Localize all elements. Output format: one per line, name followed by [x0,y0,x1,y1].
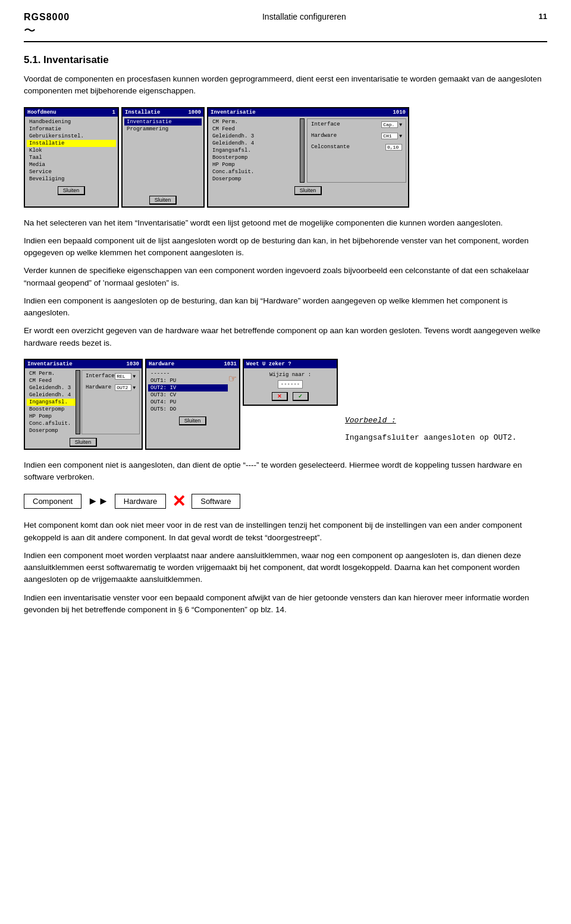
inv-geleidendh3[interactable]: Geleidendh. 3 [210,133,300,140]
inventarisatie2-titlebar: Inventarisatie 1030 [25,360,142,368]
inv-interface-row: Interface Cap. ▼ [309,121,404,129]
hw-dashes[interactable]: ------ [148,370,228,377]
screen-installatie: Installatie 1000 Inventarisatie Programm… [121,107,205,208]
inventarisatie-sluiten-btn[interactable]: Sluiten [294,186,322,195]
hoofdmenu-titlebar: Hoofdmenu 1 [25,108,118,117]
menu-programmering[interactable]: Programmering [124,126,202,133]
inv2-hardware-row: Hardware OUT2 ▼ [84,384,137,391]
inv2-cm-perm[interactable]: CM Perm. [27,370,76,377]
inv-geleidendh4[interactable]: Geleidendh. 4 [210,140,300,147]
inv-boosterpomp[interactable]: Boosterpomp [210,154,300,161]
intro-paragraph: Voordat de componenten en procesfasen ku… [24,73,547,98]
screen-hardware: Hardware 1031 ------ OUT1: PU OUT2: IV O… [145,359,240,450]
diagram-arrow-1: ►► [87,495,109,508]
menu-informatie[interactable]: Informatie [27,126,116,133]
hardware-body: ------ OUT1: PU OUT2: IV OUT3: CV OUT4: … [146,368,239,415]
inventarisatie-body: CM Perm. CM Feed Geleidendh. 3 Geleidend… [208,117,408,184]
screen-inventarisatie2: Inventarisatie 1030 CM Perm. CM Feed Gel… [24,359,143,450]
menu-inventarisatie[interactable]: Inventarisatie [124,118,202,126]
para-7: Het component komt dan ook niet meer voo… [24,519,547,544]
pointer-icon: ☞ [228,370,237,387]
header-title: Installatie configureren [262,12,346,21]
inventarisatie2-footer: Sluiten [25,436,142,449]
hardware-titlebar: Hardware 1031 [146,360,239,368]
example-area: Voorbeeld : Ingangsafsluiter aangesloten… [340,359,547,450]
inv2-doserpomp[interactable]: Doserpomp [27,427,76,434]
inv-cm-feed[interactable]: CM Feed [210,126,300,133]
inv2-boosterpomp[interactable]: Boosterpomp [27,406,76,413]
menu-handbediening[interactable]: Handbediening [27,118,116,126]
screenshot-row-2: Inventarisatie 1030 CM Perm. CM Feed Gel… [24,359,547,450]
para-9: Indien een inventarisatie venster voor e… [24,592,547,616]
para-3: Verder kunnen de specifieke eigenschappe… [24,265,547,289]
hw-out2-iv[interactable]: OUT2: IV [148,384,228,391]
inventarisatie2-body: CM Perm. CM Feed Geleidendh. 3 Geleidend… [25,368,142,436]
inv-conc-afsluit[interactable]: Conc.afsluit. [210,168,300,176]
diagram-x: ✕ [172,491,186,511]
installatie-footer: Sluiten [123,194,203,206]
confirm-value: ------ [278,380,303,389]
inv2-geleidendh4[interactable]: Geleidendh. 4 [27,391,76,399]
installatie-sluiten-btn[interactable]: Sluiten [149,196,177,205]
inv-doserpomp[interactable]: Doserpomp [210,176,300,183]
inv-hp-pomp[interactable]: HP Pomp [210,161,300,168]
menu-service[interactable]: Service [27,168,116,176]
inv2-ingangsafsl[interactable]: Ingangsafsl. [27,399,76,406]
hw-out4-pu[interactable]: OUT4: PU [148,399,228,406]
hw-out1-pu[interactable]: OUT1: PU [148,377,228,384]
inventarisatie2-sluiten-btn[interactable]: Sluiten [70,438,98,447]
confirm-cancel-btn[interactable]: ✕ [272,392,288,401]
confirm-titlebar: Weet U zeker ? [244,360,337,368]
hw-out5-do[interactable]: OUT5: DO [148,406,228,413]
confirm-subtitle: Wijzig naar : [247,372,333,378]
menu-installatie[interactable]: Installatie [27,140,116,147]
screen-inventarisatie: Inventarisatie 1010 CM Perm. CM Feed Gel… [207,107,409,208]
inv-cm-perm[interactable]: CM Perm. [210,118,300,126]
menu-klok[interactable]: Klok [27,147,116,154]
confirm-body: Wijzig naar : ------ ✕ ✓ [244,368,337,405]
diagram-software: Software [192,494,240,509]
screenshot-row-1: Hoofdmenu 1 Handbediening Informatie Geb… [24,107,547,208]
page-header: RGS8000 〜 Installatie configureren 11 [24,12,547,42]
logo-wave: 〜 [24,23,70,39]
confirm-ok-btn[interactable]: ✓ [293,392,309,401]
inventarisatie-footer: Sluiten [208,184,408,197]
para-1: Na het selecteren van het item “Inventar… [24,217,547,229]
product-name: RGS8000 [24,12,70,23]
para-2: Indien een bepaald component uit de lijs… [24,235,547,259]
menu-taal[interactable]: Taal [27,154,116,161]
inv2-scrollbar[interactable] [76,370,80,434]
hoofdmenu-body: Handbediening Informatie Gebruikersinste… [25,117,118,184]
inv-scrollbar[interactable] [300,118,305,183]
para-4: Indien een component is aangesloten op d… [24,295,547,320]
menu-media[interactable]: Media [27,161,116,168]
hoofdmenu-footer: Sluiten [25,184,118,197]
diagram-row: Component ►► Hardware ✕ Software [24,491,547,511]
hardware-sluiten-btn[interactable]: Sluiten [179,416,207,425]
inv2-cm-feed[interactable]: CM Feed [27,377,76,384]
inv-hardware-row: Hardware CH1 ▼ [309,132,404,140]
menu-gebruikersinstel[interactable]: Gebruikersinstel. [27,133,116,140]
inv2-geleidendh3[interactable]: Geleidendh. 3 [27,384,76,391]
screen-hoofdmenu: Hoofdmenu 1 Handbediening Informatie Geb… [24,107,119,208]
inv2-conc-afsluit[interactable]: Conc.afsluit. [27,420,76,427]
hw-out3-cv[interactable]: OUT3: CV [148,391,228,399]
inv2-hp-pomp[interactable]: HP Pomp [27,413,76,420]
installatie-titlebar: Installatie 1000 [123,108,203,117]
section-title: 5.1. Inventarisatie [24,54,547,66]
inv2-interface-row: Interface REL ▼ [84,372,137,380]
screen-confirm: Weet U zeker ? Wijzig naar : ------ ✕ ✓ [243,359,338,406]
inventarisatie-titlebar: Inventarisatie 1010 [208,108,408,117]
diagram-component: Component [24,494,81,509]
para-5: Er wordt een overzicht gegeven van de ha… [24,325,547,349]
para-8: Indien een component moet worden verplaa… [24,550,547,586]
installatie-body: Inventarisatie Programmering [123,117,203,194]
example-label: Voorbeeld : [345,415,547,427]
menu-beveiliging[interactable]: Beveiliging [27,176,116,183]
para-6: Indien een component niet is aangesloten… [24,459,547,484]
inv-ingangsafsl[interactable]: Ingangsafsl. [210,147,300,154]
page-number: 11 [539,12,547,21]
hoofdmenu-sluiten-btn[interactable]: Sluiten [58,186,86,195]
inv-celconstante-row: Celconstante 0,10 [309,143,404,151]
example-text: Ingangsafsluiter aangesloten op OUT2. [345,432,547,444]
